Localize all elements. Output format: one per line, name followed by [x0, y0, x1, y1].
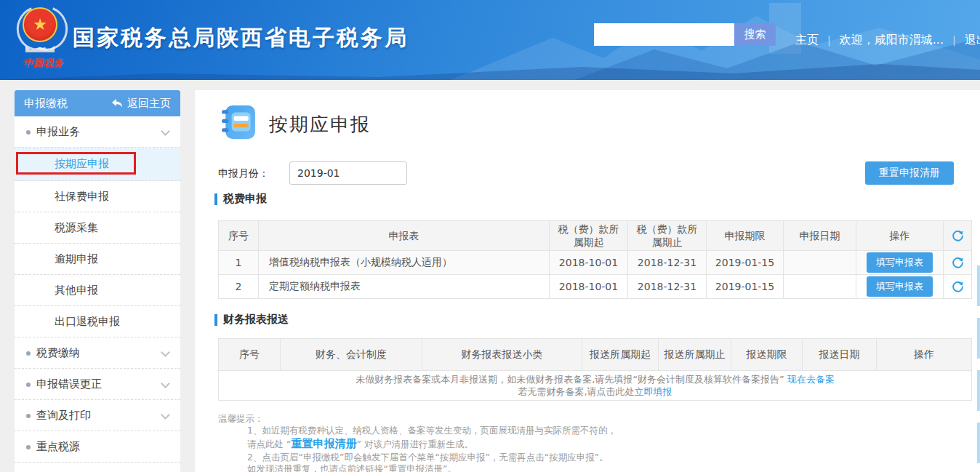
row-declare-date — [784, 275, 856, 299]
back-to-home-label: 返回主页 — [127, 97, 171, 111]
fill-declaration-button[interactable]: 填写申报表 — [867, 276, 933, 297]
month-input[interactable] — [289, 161, 407, 185]
tips-line-3: 2、点击页眉“申报缴税”即会触发下届首个菜单“按期应申报”，无需再点击“按期应申… — [218, 452, 616, 463]
sidebar-item-label: 逾期申报 — [55, 252, 98, 266]
sidebar-item-label: 重点税源 — [36, 440, 80, 454]
financial-report-table: 序号 财务、会计制度 财务报表报送小类 报送所属期起 报送所属期止 报送期限 报… — [218, 338, 972, 401]
col-submit-date: 报送日期 — [803, 339, 877, 371]
col-submit-start: 报送所属期起 — [582, 339, 659, 371]
tips-panel: 温馨提示： 1、如近期有税费种认定、纳税人资格、备案等发生变动，页面展现清册与实… — [218, 413, 616, 472]
bullet-icon — [26, 130, 31, 135]
sidebar-item-label: 其他申报 — [55, 284, 98, 297]
search-input[interactable] — [594, 23, 734, 46]
tax-declaration-section-title: 税费申报 — [214, 192, 267, 206]
main-content: 按期应申报 申报月份： 重置申报清册 税费申报 序号 申报表 税（费）款所属期起… — [195, 90, 980, 472]
header-nav: 主页 | 欢迎，咸阳市渭城... | 退出 — [795, 0, 980, 80]
logout-link[interactable]: 退出 — [965, 33, 980, 48]
col-accounting-system: 财务、会计制度 — [281, 339, 422, 371]
chevron-down-icon — [161, 127, 170, 136]
col-action: 操作 — [877, 339, 972, 371]
refresh-all-icon[interactable] — [952, 230, 964, 242]
tips-line-2: 请点此处 “重置申报清册” 对该户清册进行重新生成。 — [218, 436, 616, 452]
search-bar: 搜索 — [594, 23, 776, 46]
col-seq: 序号 — [219, 221, 259, 251]
sidebar-item-label: 申报错误更正 — [36, 377, 102, 391]
bullet-icon — [26, 414, 31, 418]
sidebar-item-tax-payment[interactable]: 税费缴纳 — [15, 337, 180, 369]
tips-line-4: 如发现清册重复，也请点前述链接“重置申报清册”。 — [218, 463, 616, 472]
refresh-row-icon[interactable] — [952, 257, 964, 269]
page-title: 按期应申报 — [269, 112, 371, 137]
month-label: 申报月份： — [218, 161, 269, 185]
row-period-end: 2018-12-31 — [628, 275, 707, 299]
row-seq: 1 — [219, 251, 259, 275]
row-form-name: 增值税纳税申报表（小规模纳税人适用） — [259, 251, 550, 275]
sidebar-item-query-print[interactable]: 查询及打印 — [15, 400, 180, 431]
sidebar-item-export-tax-rebate[interactable]: 出口退税申报 — [15, 306, 180, 337]
sidebar: 申报缴税 返回主页 申报业务 按期应申报 社保费申报 税源采集 — [15, 90, 180, 472]
bullet-icon — [26, 445, 31, 449]
sidebar-header: 申报缴税 返回主页 — [15, 90, 180, 116]
brand-seal-text: 中国税务 — [15, 57, 73, 70]
go-filing-link[interactable]: 现在去备案 — [787, 374, 835, 385]
row-form-name: 定期定额纳税申报表 — [259, 275, 550, 299]
tips-line-1: 1、如近期有税费种认定、纳税人资格、备案等发生变动，页面展现清册与实际所需不符的… — [218, 425, 616, 436]
chevron-down-icon — [161, 410, 170, 420]
col-deadline: 申报期限 — [707, 221, 784, 251]
table-row: 2 定期定额纳税申报表 2018-10-01 2018-12-31 2019-0… — [219, 275, 972, 299]
sidebar-title: 申报缴税 — [24, 97, 68, 111]
search-button[interactable]: 搜索 — [734, 23, 776, 46]
fill-now-link[interactable]: 立即填报 — [635, 386, 672, 397]
row-deadline: 2019-01-15 — [707, 275, 784, 299]
nav-divider: | — [827, 34, 831, 46]
sidebar-item-tax-source-collection[interactable]: 税源采集 — [15, 212, 180, 244]
sidebar-item-label: 税源采集 — [55, 221, 98, 235]
sidebar-item-key-tax-source[interactable]: 重点税源 — [15, 431, 180, 463]
financial-report-section-title: 财务报表报送 — [214, 313, 289, 327]
sidebar-item-label: 税费缴纳 — [36, 346, 80, 360]
sidebar-menu: 申报业务 按期应申报 社保费申报 税源采集 逾期申报 其他申报 出口退税申报 — [15, 116, 180, 463]
bullet-icon — [26, 351, 31, 356]
page-scrollbar[interactable] — [977, 265, 980, 472]
table-row: 1 增值税纳税申报表（小规模纳税人适用） 2018-10-01 2018-12-… — [219, 251, 972, 275]
page: ★ 中国税务 国家税务总局陕西省电子税务局 搜索 主页 | 欢迎，咸阳市渭城..… — [0, 0, 980, 472]
app-header: ★ 中国税务 国家税务总局陕西省电子税务局 搜索 主页 | 欢迎，咸阳市渭城..… — [0, 0, 980, 80]
section-title-text: 税费申报 — [223, 192, 267, 206]
row-period-end: 2018-12-31 — [628, 251, 707, 275]
reset-declaration-list-button[interactable]: 重置申报清册 — [865, 161, 954, 185]
notice-row: 未做财务报表备案或本月非报送期，如未做财务报表备案,请先填报“财务会计制度及核算… — [219, 371, 972, 401]
notice-text: 未做财务报表备案或本月非报送期，如未做财务报表备案,请先填报“财务会计制度及核算… — [356, 374, 784, 385]
bullet-icon — [26, 383, 31, 387]
col-period-start: 税（费）款所属期起 — [550, 221, 628, 251]
sidebar-item-label: 查询及打印 — [36, 409, 91, 423]
back-to-home-link[interactable]: 返回主页 — [111, 97, 171, 111]
nav-divider: | — [952, 34, 956, 46]
sidebar-item-declare-business[interactable]: 申报业务 — [15, 116, 180, 148]
chevron-down-icon — [161, 348, 170, 357]
reset-declaration-list-link[interactable]: 重置申报清册 — [291, 437, 356, 450]
row-deadline: 2019-01-15 — [707, 251, 784, 275]
sidebar-item-error-correction[interactable]: 申报错误更正 — [15, 369, 180, 400]
fill-declaration-button[interactable]: 填写申报表 — [867, 252, 933, 273]
site-title: 国家税务总局陕西省电子税务局 — [73, 23, 409, 53]
col-declare-date: 申报日期 — [784, 221, 856, 251]
row-period-start: 2018-10-01 — [550, 275, 628, 299]
col-action: 操作 — [856, 221, 944, 251]
tax-emblem-logo: ★ — [17, 4, 63, 57]
declaration-book-icon — [220, 104, 257, 140]
back-arrow-icon — [111, 98, 123, 108]
col-form: 申报表 — [259, 221, 550, 251]
sidebar-item-social-insurance[interactable]: 社保费申报 — [15, 181, 180, 212]
section-title-text: 财务报表报送 — [223, 313, 289, 327]
section-bar-icon — [214, 314, 217, 326]
sidebar-item-label: 申报业务 — [36, 125, 80, 139]
tips-title: 温馨提示： — [218, 413, 616, 425]
finance-notice-line1: 未做财务报表备案或本月非报送期，如未做财务报表备案,请先填报“财务会计制度及核算… — [225, 373, 965, 385]
home-link[interactable]: 主页 — [795, 33, 819, 48]
col-submit-end: 报送所属期止 — [659, 339, 731, 371]
col-submit-deadline: 报送期限 — [731, 339, 803, 371]
sidebar-item-periodic-declaration[interactable]: 按期应申报 — [15, 148, 180, 181]
refresh-row-icon[interactable] — [952, 281, 964, 293]
sidebar-item-overdue-declaration[interactable]: 逾期申报 — [15, 244, 180, 275]
sidebar-item-other-declaration[interactable]: 其他申报 — [15, 275, 180, 306]
